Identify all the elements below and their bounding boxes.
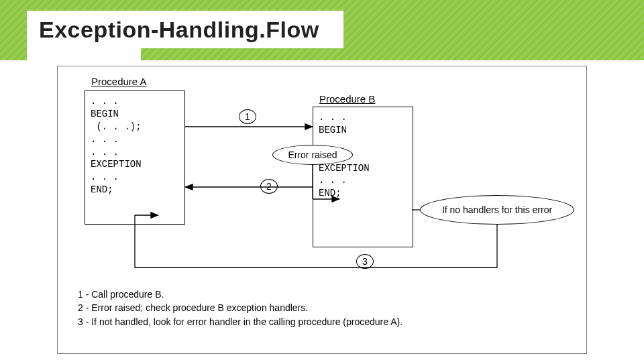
slide-header: Exception-Handling.Flow (0, 0, 644, 60)
legend-line-2: 2 - Error raised; check procedure B exce… (78, 301, 402, 314)
step-3-marker: 3 (356, 254, 374, 269)
procedure-b-box: . . . BEGIN . . . EXCEPTION . . . END; (313, 107, 413, 247)
procedure-a-label: Procedure A (91, 76, 147, 87)
title-banner: Exception-Handling.Flow (27, 11, 343, 48)
legend-line-3: 3 - If not handled, look for error handl… (78, 315, 402, 328)
procedure-b-label: Procedure B (319, 93, 375, 105)
legend: 1 - Call procedure B. 2 - Error raised; … (78, 288, 402, 328)
legend-line-1: 1 - Call procedure B. (78, 288, 402, 301)
diagram-frame: Procedure A Procedure B . . . BEGIN (. .… (57, 66, 587, 354)
procedure-a-box: . . . BEGIN (. . .); . . . . . . EXCEPTI… (85, 90, 185, 225)
title-zigzag-decoration (27, 48, 141, 60)
error-raised-bubble: Error raised (272, 145, 353, 165)
no-handlers-bubble: If no handlers for this error (420, 195, 574, 225)
slide-title: Exception-Handling.Flow (39, 17, 319, 43)
step-2-marker: 2 (260, 179, 278, 194)
step-1-marker: 1 (239, 109, 256, 124)
